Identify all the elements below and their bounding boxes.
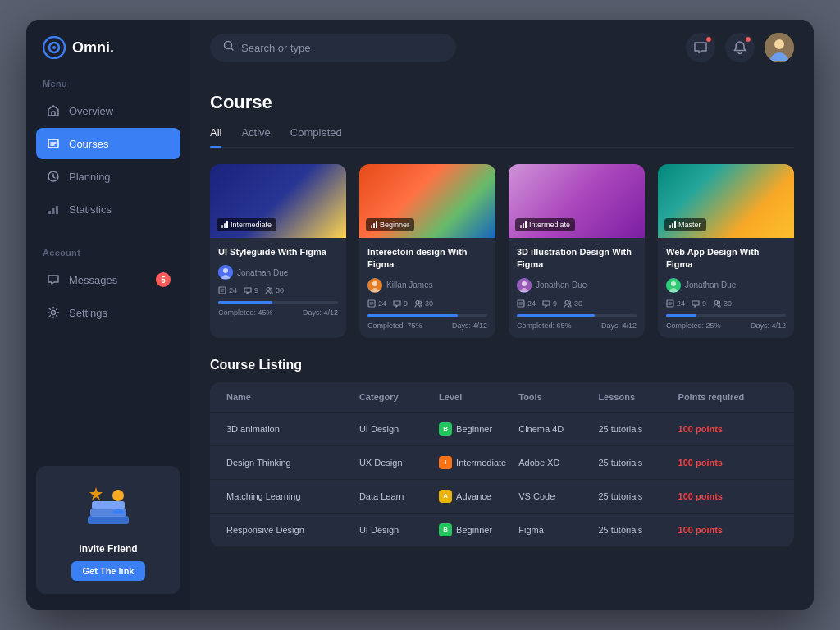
settings-icon	[46, 305, 61, 320]
sidebar: Omni. Menu Overview	[26, 20, 190, 610]
author-name: Jonathan Due	[237, 268, 288, 277]
tab-active[interactable]: Active	[241, 126, 270, 147]
comments-count: 9	[393, 299, 408, 308]
course-card-1[interactable]: Intermediate UI Styleguide With Figma Jo…	[210, 164, 346, 338]
level-dot: I	[439, 456, 452, 469]
row-tools: Cinema 4D	[518, 424, 598, 434]
row-name: Responsive Design	[226, 525, 359, 535]
svg-rect-10	[88, 516, 129, 524]
progress-fill	[368, 314, 458, 317]
svg-rect-47	[667, 300, 673, 307]
card-thumbnail: Intermediate	[509, 164, 645, 238]
files-count: 24	[218, 286, 237, 294]
sidebar-item-statistics[interactable]: Statistics	[36, 194, 180, 225]
progress-bar	[368, 314, 487, 317]
card-footer: Completed: 25% Days: 4/12	[666, 322, 786, 330]
tab-completed[interactable]: Completed	[290, 126, 342, 147]
course-tabs: All Active Completed	[210, 126, 794, 148]
tab-all[interactable]: All	[210, 126, 221, 147]
card-title: 3D illustration Design With Figma	[517, 246, 637, 272]
level-badge: Intermediate	[515, 218, 575, 231]
invite-button[interactable]: Get The link	[71, 561, 146, 581]
level-text: Intermediate	[529, 221, 570, 229]
card-thumbnail: Master	[658, 164, 794, 238]
row-lessons: 25 tutorials	[598, 424, 678, 434]
table-row[interactable]: Responsive Design UI Design B Beginner F…	[210, 514, 794, 546]
sidebar-item-label-planning: Planning	[69, 171, 111, 183]
account-section-label: Account	[26, 248, 190, 264]
card-meta: 24 9 30	[218, 286, 338, 294]
svg-rect-35	[523, 223, 524, 228]
svg-rect-3	[52, 112, 55, 116]
search-icon	[223, 40, 235, 55]
search-box[interactable]	[210, 34, 456, 62]
user-avatar[interactable]	[765, 33, 794, 62]
author-name: Killan James	[386, 281, 433, 290]
course-card-4[interactable]: Master Web App Design With Figma Jonatha…	[658, 164, 794, 338]
statistics-icon	[46, 202, 61, 217]
sidebar-item-label-statistics: Statistics	[69, 203, 112, 216]
level-badge: Beginner	[366, 218, 414, 231]
logo-text: Omni.	[72, 39, 114, 57]
people-count: 30	[713, 299, 732, 308]
table-row[interactable]: Design Thinking UX Design I Intermediate…	[210, 446, 794, 480]
svg-rect-28	[376, 221, 377, 228]
svg-rect-19	[224, 223, 226, 228]
people-count: 30	[414, 299, 433, 308]
svg-rect-39	[518, 300, 524, 307]
listing-section-title: Course Listing	[210, 358, 794, 372]
chat-notification-dot	[705, 36, 712, 43]
card-meta: 24 9 30	[517, 299, 637, 308]
course-card-2[interactable]: Beginner Interectoin design With Figma K…	[359, 164, 495, 338]
sidebar-item-courses[interactable]: Courses	[36, 128, 180, 159]
svg-rect-42	[669, 225, 671, 228]
level-text: Intermediate	[231, 221, 272, 229]
card-title: Web App Design With Figma	[666, 246, 786, 272]
level-dot: A	[439, 490, 452, 503]
author-avatar	[218, 265, 233, 280]
messages-icon	[46, 272, 61, 287]
th-points: Points required	[678, 392, 778, 402]
row-level: I Intermediate	[439, 456, 518, 469]
level-dot: B	[439, 523, 452, 536]
svg-rect-20	[226, 221, 228, 228]
row-category: UX Design	[359, 458, 439, 468]
sidebar-item-planning[interactable]: Planning	[36, 161, 180, 192]
svg-rect-12	[92, 501, 125, 509]
card-title: UI Styleguide With Figma	[218, 246, 338, 258]
row-name: Design Thinking	[226, 458, 359, 468]
logo[interactable]: Omni.	[26, 36, 190, 79]
table-row[interactable]: Matching Learning Data Learn A Advance V…	[210, 480, 794, 514]
table-row[interactable]: 3D animation UI Design B Beginner Cinema…	[210, 413, 794, 446]
chat-button[interactable]	[686, 33, 715, 62]
sidebar-item-overview[interactable]: Overview	[36, 95, 180, 126]
svg-rect-31	[368, 300, 375, 307]
completed-label: Completed: 75%	[368, 322, 422, 330]
menu-section-label: Menu	[26, 79, 190, 95]
course-card-3[interactable]: Intermediate 3D illustration Design With…	[509, 164, 645, 338]
sidebar-item-settings[interactable]: Settings	[36, 297, 180, 328]
table-header: Name Category Level Tools Lessons Points…	[210, 382, 794, 413]
level-dot: B	[439, 422, 452, 436]
completed-label: Completed: 25%	[666, 322, 721, 330]
topbar	[190, 20, 814, 75]
invite-title: Invite Friend	[49, 543, 167, 555]
level-text: Beginner	[380, 221, 409, 229]
search-input[interactable]	[241, 42, 443, 54]
row-level: B Beginner	[439, 523, 518, 536]
days-label: Days: 4/12	[303, 308, 338, 317]
days-label: Days: 4/12	[751, 322, 786, 330]
sidebar-item-messages[interactable]: Messages 5	[36, 264, 180, 295]
row-level: A Advance	[439, 490, 518, 503]
invite-card: Invite Friend Get The link	[36, 466, 180, 594]
notification-button[interactable]	[725, 33, 755, 62]
svg-point-17	[774, 39, 784, 49]
home-icon	[46, 103, 61, 118]
svg-rect-34	[520, 225, 522, 228]
svg-point-30	[372, 281, 377, 286]
course-listing-table: Name Category Level Tools Lessons Points…	[210, 382, 794, 546]
invite-illustration	[75, 479, 141, 536]
svg-rect-6	[48, 211, 51, 214]
course-cards-grid: Intermediate UI Styleguide With Figma Jo…	[210, 164, 794, 338]
row-points: 100 points	[678, 458, 778, 468]
